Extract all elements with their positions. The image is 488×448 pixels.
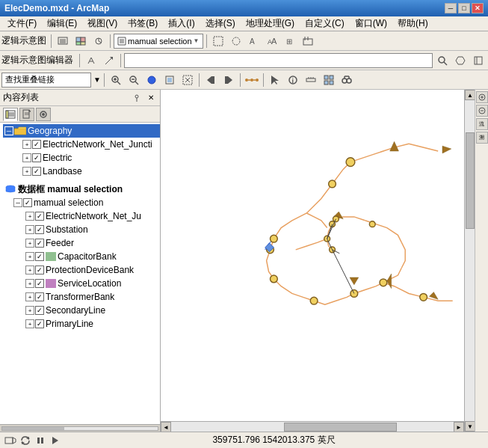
tree-item-mamual-sel[interactable]: ─ mamual selection bbox=[12, 196, 160, 209]
checkbox-enet-ju2[interactable] bbox=[35, 212, 44, 221]
toc-tab-list[interactable] bbox=[3, 108, 18, 121]
scroll-thumb-vertical[interactable] bbox=[466, 132, 475, 229]
expander-electric[interactable]: + bbox=[22, 153, 31, 162]
toolbar2-btn-2[interactable] bbox=[101, 53, 117, 68]
status-pause-icon[interactable] bbox=[34, 435, 46, 447]
toolbar-zoom-select-btn[interactable]: A bbox=[246, 34, 262, 49]
scroll-thumb-horizontal[interactable] bbox=[284, 423, 397, 432]
checkbox-primaryline[interactable] bbox=[35, 319, 44, 328]
right-tool-4[interactable]: 溯 bbox=[476, 132, 488, 144]
toc-scroll-thumb[interactable] bbox=[2, 427, 64, 430]
menu-window[interactable]: 窗口(W) bbox=[350, 16, 392, 31]
tree-item-landbase[interactable]: + Landbase bbox=[12, 165, 160, 178]
expander-secondaryline[interactable]: + bbox=[25, 306, 34, 315]
grid-btn[interactable] bbox=[321, 73, 337, 88]
status-refresh-icon[interactable] bbox=[19, 435, 31, 447]
scroll-right-arrow[interactable]: ► bbox=[454, 422, 464, 432]
zoom-out-btn[interactable] bbox=[126, 73, 142, 88]
status-globe-icon[interactable] bbox=[4, 435, 16, 447]
menu-view[interactable]: 视图(V) bbox=[83, 16, 122, 31]
info-btn[interactable]: i bbox=[285, 73, 301, 88]
toc-scrollbar[interactable] bbox=[0, 424, 160, 432]
checkbox-protectiondevice[interactable] bbox=[35, 266, 44, 274]
tree-item-substation[interactable]: + Substation bbox=[21, 223, 160, 236]
tree-item-servicelocation[interactable]: + ServiceLocation bbox=[21, 277, 160, 290]
tree-item-transformerbank[interactable]: + TransformerBank bbox=[21, 290, 160, 304]
toolbar2-search-btn[interactable] bbox=[434, 53, 451, 68]
binoculars-btn[interactable] bbox=[339, 73, 355, 88]
selection-dropdown[interactable]: mamual selection ▼ bbox=[114, 34, 203, 49]
select-features-btn[interactable] bbox=[179, 73, 196, 88]
tree-item-enet-ju2[interactable]: + ElectricNetwork_Net_Ju bbox=[21, 209, 160, 223]
expander-feeder[interactable]: + bbox=[25, 239, 34, 248]
map-scrollbar-bottom[interactable]: ◄ ► bbox=[161, 421, 464, 432]
toolbar-more-btn[interactable]: ⊞ bbox=[282, 34, 298, 49]
right-tool-1[interactable] bbox=[476, 91, 488, 103]
scroll-track-horizontal[interactable] bbox=[171, 422, 454, 432]
toolbar-aa-btn[interactable]: AA bbox=[264, 34, 280, 49]
checkbox-capacitorbank[interactable] bbox=[35, 252, 44, 261]
scroll-left-arrow[interactable]: ◄ bbox=[161, 422, 171, 432]
tree-item-geography[interactable]: ─ Geography bbox=[3, 124, 160, 138]
expander-primaryline[interactable]: + bbox=[25, 319, 34, 328]
toc-pin-button[interactable] bbox=[131, 92, 143, 104]
toolbar2-select-btn[interactable] bbox=[470, 53, 487, 68]
checkbox-landbase[interactable] bbox=[32, 167, 41, 176]
maximize-button[interactable]: □ bbox=[458, 3, 470, 13]
expander-servicelocation[interactable]: + bbox=[25, 279, 34, 288]
expander-substation[interactable]: + bbox=[25, 225, 34, 234]
map-area[interactable]: ▲ ▼ ◄ ► bbox=[161, 90, 475, 432]
menu-insert[interactable]: 插入(I) bbox=[164, 16, 199, 31]
zoom-in-btn[interactable] bbox=[108, 73, 124, 88]
checkbox-enet-junction[interactable] bbox=[32, 140, 41, 149]
expander-geography[interactable]: ─ bbox=[4, 126, 13, 135]
expander-capacitorbank[interactable]: + bbox=[25, 252, 34, 261]
scroll-down-arrow[interactable]: ▼ bbox=[465, 421, 475, 432]
toolbar-btn-3[interactable] bbox=[90, 34, 107, 49]
close-button[interactable]: ✕ bbox=[472, 3, 484, 13]
checkbox-mamual-sel[interactable] bbox=[23, 198, 32, 207]
expander-protectiondevice[interactable]: + bbox=[25, 266, 34, 274]
pan-btn[interactable] bbox=[143, 73, 160, 88]
forward-btn[interactable] bbox=[220, 73, 237, 88]
search-dropdown-arrow[interactable]: ▼ bbox=[93, 76, 101, 84]
expander-mamual-sel[interactable]: ─ bbox=[13, 198, 22, 207]
right-tool-2[interactable] bbox=[476, 105, 488, 117]
right-tool-3[interactable]: 流 bbox=[476, 118, 488, 130]
tree-item-secondaryline[interactable]: + SecondaryLine bbox=[21, 304, 160, 317]
network-btn[interactable] bbox=[244, 73, 260, 88]
toolbar-lasso-btn[interactable] bbox=[228, 34, 244, 49]
menu-help[interactable]: 帮助(H) bbox=[393, 16, 433, 31]
toc-scroll-track[interactable] bbox=[1, 426, 158, 431]
tree-item-protectiondevice[interactable]: + ProtectionDeviceBank bbox=[21, 263, 160, 277]
checkbox-feeder[interactable] bbox=[35, 239, 44, 248]
scroll-up-arrow[interactable]: ▲ bbox=[465, 90, 475, 100]
cursor-btn[interactable] bbox=[267, 73, 283, 88]
expander-transformerbank[interactable]: + bbox=[25, 292, 34, 301]
full-extent-btn[interactable] bbox=[161, 73, 178, 88]
checkbox-electric[interactable] bbox=[32, 153, 41, 162]
toc-tab-source[interactable] bbox=[19, 108, 34, 121]
toolbar-btn-1[interactable] bbox=[55, 34, 71, 49]
tree-item-electric[interactable]: + Electric bbox=[12, 151, 160, 165]
toolbar2-input[interactable] bbox=[124, 53, 433, 68]
menu-geoprocess[interactable]: 地理处理(G) bbox=[241, 16, 299, 31]
search-input-container[interactable]: 查找重叠链接 bbox=[1, 73, 91, 88]
expander-enet-junction[interactable]: + bbox=[22, 140, 31, 149]
toc-tab-visibility[interactable] bbox=[36, 108, 51, 121]
menu-customize[interactable]: 自定义(C) bbox=[300, 16, 349, 31]
measure-btn[interactable] bbox=[303, 73, 319, 88]
back-btn[interactable] bbox=[203, 73, 219, 88]
checkbox-transformerbank[interactable] bbox=[35, 292, 44, 301]
minimize-button[interactable]: ─ bbox=[445, 3, 457, 13]
toc-close-button[interactable]: ✕ bbox=[145, 92, 157, 104]
toolbar-btn-2[interactable] bbox=[72, 34, 89, 49]
tree-item-enet-junction[interactable]: + ElectricNetwork_Net_Juncti bbox=[12, 138, 160, 151]
checkbox-substation[interactable] bbox=[35, 225, 44, 234]
status-play-icon[interactable] bbox=[49, 435, 61, 447]
menu-select[interactable]: 选择(S) bbox=[201, 16, 240, 31]
checkbox-servicelocation[interactable] bbox=[35, 279, 44, 288]
toolbar-select-btn[interactable] bbox=[210, 34, 226, 49]
expander-landbase[interactable]: + bbox=[22, 167, 31, 176]
menu-bookmark[interactable]: 书签(B) bbox=[123, 16, 162, 31]
